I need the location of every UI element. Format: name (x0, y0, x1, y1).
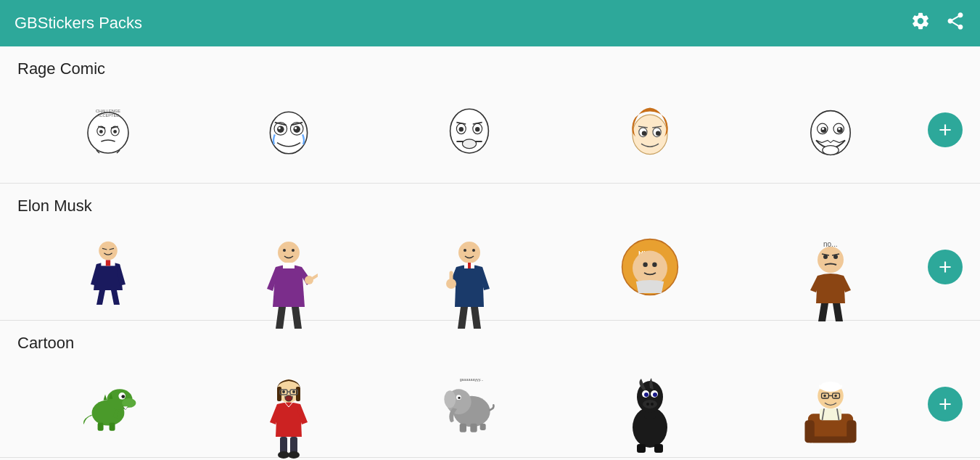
svg-point-98 (444, 390, 456, 408)
svg-point-16 (278, 127, 280, 129)
sticker-image (260, 375, 318, 433)
svg-rect-101 (459, 424, 466, 432)
section-elon-musk: Elon Musk (0, 184, 980, 321)
list-item: CHALLENGE ACCEPTED (17, 90, 198, 170)
list-item: HI ... (559, 227, 740, 307)
svg-point-112 (646, 403, 649, 406)
svg-point-55 (458, 242, 480, 263)
list-item (198, 90, 379, 170)
svg-point-15 (293, 126, 300, 133)
add-button-cartoon[interactable] (928, 387, 963, 422)
app-header: GBStickers Packs (0, 0, 980, 46)
svg-point-14 (277, 126, 284, 133)
svg-rect-114 (637, 444, 646, 453)
add-button-elon-musk[interactable] (928, 250, 963, 284)
sticker-row-rage-comic: CHALLENGE ACCEPTED (0, 86, 980, 183)
svg-rect-57 (468, 263, 471, 268)
list-item (740, 90, 921, 170)
svg-point-41 (822, 128, 824, 130)
svg-point-49 (278, 242, 300, 263)
svg-point-100 (458, 397, 460, 399)
svg-text:gaaaaaayyy...: gaaaaaayyy... (459, 377, 483, 382)
svg-point-51 (305, 276, 313, 284)
svg-point-33 (656, 131, 660, 136)
svg-point-121 (820, 382, 840, 392)
app-title: GBStickers Packs (15, 14, 142, 33)
svg-point-125 (823, 395, 826, 398)
svg-point-109 (644, 393, 648, 397)
svg-rect-50 (283, 263, 295, 268)
sticker-list: Rage Comic CHALLENGE ACCEPTED (0, 46, 980, 460)
sticker-image (260, 238, 318, 296)
svg-point-53 (283, 249, 286, 252)
sticker-image: HI ... (621, 238, 679, 296)
svg-point-78 (121, 395, 125, 398)
svg-point-28 (462, 139, 476, 149)
list-item (740, 364, 921, 444)
section-rage-comic: Rage Comic CHALLENGE ACCEPTED (0, 46, 980, 184)
sticker-row-elon-musk: HI ... no... (0, 223, 980, 320)
sticker-image: no... (802, 238, 860, 296)
list-item (17, 364, 198, 444)
header-actions (910, 11, 965, 36)
sticker-image (621, 101, 679, 159)
svg-point-24 (475, 127, 479, 131)
sticker-image (802, 375, 860, 433)
svg-rect-79 (97, 423, 103, 431)
svg-point-0 (88, 112, 128, 153)
list-item: gaaaaaayyy... (379, 364, 559, 444)
list-item (198, 364, 379, 444)
svg-point-54 (292, 249, 295, 252)
sticker-image (260, 101, 318, 159)
svg-point-23 (458, 127, 463, 131)
svg-rect-102 (470, 424, 477, 432)
list-item (559, 364, 740, 444)
svg-point-44 (99, 242, 118, 260)
sticker-image (621, 375, 679, 433)
sticker-image (79, 238, 137, 296)
sticker-image: gaaaaaayyy... (440, 375, 498, 433)
svg-text:ACCEPTED: ACCEPTED (96, 113, 118, 118)
sticker-image: CHALLENGE ACCEPTED (79, 101, 137, 159)
svg-point-67 (652, 263, 656, 267)
list-item (17, 227, 198, 307)
svg-point-7 (99, 130, 103, 134)
svg-point-76 (122, 398, 136, 408)
section-title-elon-musk: Elon Musk (0, 184, 980, 223)
sticker-row-cartoon: gaaaaaayyy... (0, 360, 980, 457)
svg-point-60 (464, 249, 466, 252)
sticker-image (440, 101, 498, 159)
svg-rect-80 (109, 423, 115, 431)
svg-point-94 (285, 395, 292, 401)
section-title-rage-comic: Rage Comic (0, 46, 980, 86)
svg-point-29 (633, 115, 667, 154)
svg-point-92 (278, 451, 289, 459)
svg-text:CHALLENGE: CHALLENGE (96, 109, 120, 113)
settings-icon[interactable] (910, 11, 931, 36)
svg-point-111 (643, 400, 657, 408)
svg-point-42 (838, 128, 840, 130)
list-item: no... (740, 227, 921, 307)
add-button-rage-comic[interactable] (928, 112, 963, 147)
svg-point-88 (292, 390, 295, 393)
svg-point-126 (834, 395, 837, 398)
svg-point-8 (113, 130, 117, 134)
section-cartoon: Cartoon (0, 321, 980, 458)
sticker-image (440, 238, 498, 296)
svg-point-43 (822, 146, 838, 155)
svg-rect-46 (105, 260, 110, 266)
svg-point-93 (288, 451, 300, 459)
sticker-image (802, 101, 860, 159)
sticker-image (79, 375, 137, 433)
svg-line-52 (313, 274, 318, 278)
svg-point-87 (282, 390, 285, 393)
list-item (379, 227, 559, 307)
svg-point-17 (295, 127, 297, 129)
svg-point-110 (653, 393, 657, 397)
svg-point-61 (472, 249, 475, 252)
list-item (559, 90, 740, 170)
list-item (379, 90, 559, 170)
svg-rect-115 (654, 444, 663, 453)
share-icon[interactable] (945, 11, 965, 36)
svg-rect-103 (479, 424, 485, 430)
